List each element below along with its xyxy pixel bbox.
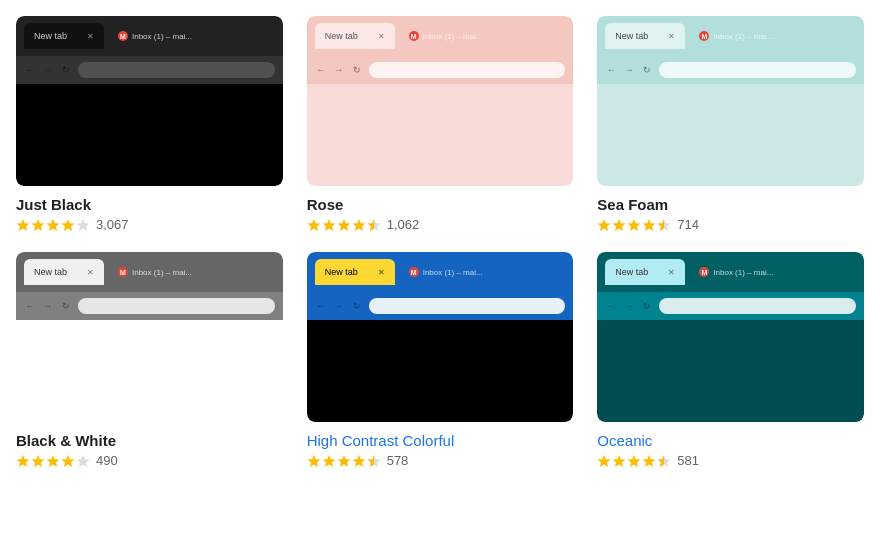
forward-button: → [42,300,54,312]
svg-marker-28 [337,455,350,467]
svg-marker-25 [77,455,90,467]
active-tab: New tab ✕ [605,23,685,49]
theme-card-oceanic[interactable]: New tab ✕ M Inbox (1) – mai... ← → ↻ Oce… [597,252,864,468]
tab-close-icon: ✕ [378,268,385,277]
theme-title: Just Black [16,196,283,213]
browser-toolbar: ← → ↻ [307,292,574,320]
svg-marker-3 [62,219,75,231]
svg-marker-13 [598,219,611,231]
star-half [657,218,671,232]
star-half [367,218,381,232]
card-image: New tab ✕ M Inbox (1) – mai... ← → ↻ [16,252,283,422]
forward-button: → [333,300,345,312]
forward-button: → [333,64,345,76]
rating-count: 714 [677,217,699,232]
star-full [61,218,75,232]
address-bar [78,298,275,314]
star-half [657,454,671,468]
rating-count: 3,067 [96,217,129,232]
browser-preview: New tab ✕ M Inbox (1) – mai... ← → ↻ [16,16,283,186]
rating-row: 490 [16,453,283,468]
theme-card-rose[interactable]: New tab ✕ M Inbox (1) – mai... ← → ↻ Ros… [307,16,574,232]
inbox-tab: M Inbox (1) – mai... [401,267,483,277]
back-button: ← [605,64,617,76]
browser-preview: New tab ✕ M Inbox (1) – mai... ← → ↻ [16,252,283,422]
gmail-icon: M [118,31,128,41]
tab-close-icon: ✕ [668,268,675,277]
browser-toolbar: ← → ↻ [597,292,864,320]
stars-container [307,454,381,468]
star-full [642,218,656,232]
card-image: New tab ✕ M Inbox (1) – mai... ← → ↻ [16,16,283,186]
rating-row: 1,062 [307,217,574,232]
tab-label: New tab [34,31,67,41]
tab-label: New tab [34,267,67,277]
star-full [16,454,30,468]
theme-card-black-white[interactable]: New tab ✕ M Inbox (1) – mai... ← → ↻ Bla… [16,252,283,468]
star-full [642,454,656,468]
stars-container [597,218,671,232]
theme-card-sea-foam[interactable]: New tab ✕ M Inbox (1) – mai... ← → ↻ Sea… [597,16,864,232]
theme-card-high-contrast-colorful[interactable]: New tab ✕ M Inbox (1) – mai... ← → ↻ Hig… [307,252,574,468]
inbox-tab: M Inbox (1) – mai... [691,267,773,277]
star-half [367,454,381,468]
tab-close-icon: ✕ [378,32,385,41]
star-empty [76,454,90,468]
back-button: ← [605,300,617,312]
svg-marker-1 [32,219,45,231]
star-full [352,454,366,468]
forward-button: → [623,64,635,76]
active-tab: New tab ✕ [315,259,395,285]
refresh-button: ↻ [641,300,653,312]
refresh-button: ↻ [641,64,653,76]
star-full [352,218,366,232]
star-full [46,218,60,232]
theme-title: Oceanic [597,432,864,449]
inbox-label: Inbox (1) – mai... [713,268,773,277]
theme-card-just-black[interactable]: New tab ✕ M Inbox (1) – mai... ← → ↻ Jus… [16,16,283,232]
refresh-button: ↻ [60,64,72,76]
tab-close-icon: ✕ [668,32,675,41]
address-bar [369,62,566,78]
forward-button: → [42,64,54,76]
star-full [612,218,626,232]
inbox-label: Inbox (1) – mai... [423,32,483,41]
inbox-tab: M Inbox (1) – mai... [401,31,483,41]
card-image: New tab ✕ M Inbox (1) – mai... ← → ↻ [597,16,864,186]
themes-grid: New tab ✕ M Inbox (1) – mai... ← → ↻ Jus… [16,16,864,468]
svg-marker-35 [613,455,626,467]
refresh-button: ↻ [351,300,363,312]
back-button: ← [24,300,36,312]
rating-count: 490 [96,453,118,468]
inbox-label: Inbox (1) – mai... [713,32,773,41]
svg-marker-7 [337,219,350,231]
card-image: New tab ✕ M Inbox (1) – mai... ← → ↻ [597,252,864,422]
svg-marker-6 [322,219,335,231]
star-full [31,218,45,232]
inbox-tab: M Inbox (1) – mai... [110,31,192,41]
browser-toolbar: ← → ↻ [16,292,283,320]
star-full [627,454,641,468]
svg-marker-36 [628,455,641,467]
star-full [597,218,611,232]
theme-title: Sea Foam [597,196,864,213]
inbox-tab: M Inbox (1) – mai... [691,31,773,41]
star-empty [76,218,90,232]
star-full [337,454,351,468]
tab-close-icon: ✕ [87,268,94,277]
svg-marker-24 [62,455,75,467]
rating-count: 578 [387,453,409,468]
active-tab: New tab ✕ [605,259,685,285]
svg-marker-27 [322,455,335,467]
svg-marker-37 [643,455,656,467]
back-button: ← [315,300,327,312]
gmail-icon: M [699,267,709,277]
rating-row: 581 [597,453,864,468]
browser-body [16,84,283,186]
svg-marker-0 [17,219,30,231]
tab-label: New tab [325,267,358,277]
browser-chrome-bar: New tab ✕ M Inbox (1) – mai... [307,16,574,56]
stars-container [16,454,90,468]
browser-body [597,320,864,422]
browser-preview: New tab ✕ M Inbox (1) – mai... ← → ↻ [597,252,864,422]
